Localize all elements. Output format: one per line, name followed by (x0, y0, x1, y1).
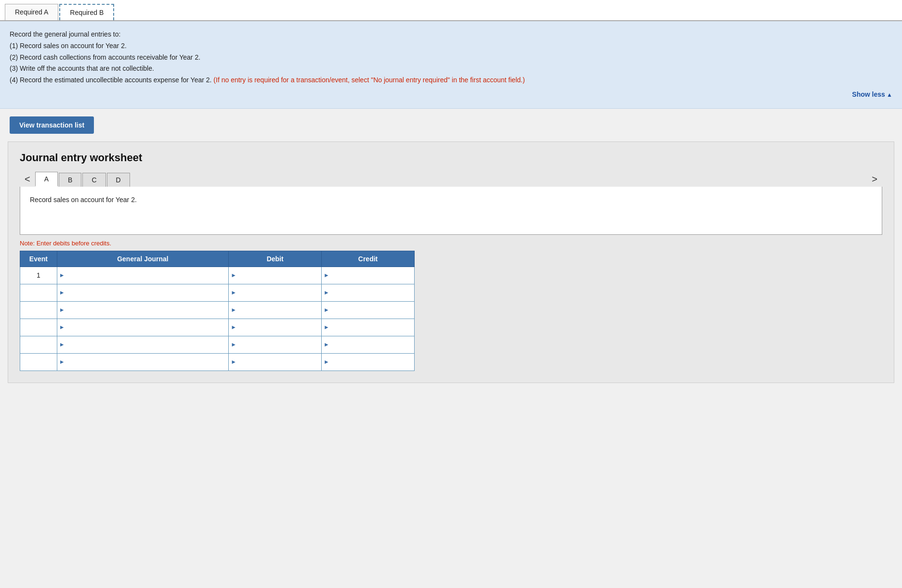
input-arrow-icon: ► (59, 289, 65, 296)
debit-cell[interactable]: ► (229, 336, 322, 353)
event-cell (20, 353, 57, 371)
debit-cell[interactable]: ► (229, 353, 322, 371)
credit-input[interactable] (331, 307, 412, 314)
instructions-title: Record the general journal entries to: (10, 29, 892, 40)
input-arrow-icon: ► (231, 289, 236, 296)
header-general-journal: General Journal (57, 251, 228, 267)
input-arrow-icon: ► (231, 324, 236, 331)
input-arrow-icon: ► (324, 289, 329, 296)
tab-required-b[interactable]: Required B (59, 4, 114, 20)
input-arrow-icon: ► (324, 358, 329, 365)
credit-input[interactable] (331, 341, 412, 348)
credit-cell[interactable]: ► (322, 336, 415, 353)
event-cell (20, 319, 57, 336)
credit-cell[interactable]: ► (322, 284, 415, 301)
input-arrow-icon: ► (59, 324, 65, 331)
top-tabs: Required A Required B (0, 0, 902, 21)
credit-input[interactable] (331, 272, 412, 279)
event-cell (20, 336, 57, 353)
general-journal-cell[interactable]: ► (57, 336, 228, 353)
general-journal-input[interactable] (67, 358, 227, 366)
debit-input[interactable] (238, 324, 319, 331)
header-credit: Credit (322, 251, 415, 267)
input-arrow-icon: ► (324, 307, 329, 313)
instructions-items: (1) Record sales on account for Year 2. … (10, 40, 892, 86)
debit-cell[interactable]: ► (229, 267, 322, 284)
event-cell (20, 301, 57, 319)
general-journal-input[interactable] (67, 272, 227, 279)
entry-tab-b[interactable]: B (59, 173, 81, 187)
general-journal-cell[interactable]: ► (57, 267, 228, 284)
credit-input[interactable] (331, 358, 412, 366)
credit-cell[interactable]: ► (322, 353, 415, 371)
general-journal-input[interactable] (67, 307, 227, 314)
input-arrow-icon: ► (324, 272, 329, 279)
event-cell (20, 284, 57, 301)
input-arrow-icon: ► (59, 358, 65, 365)
table-row: ►►► (20, 336, 415, 353)
input-arrow-icon: ► (59, 272, 65, 279)
credit-input[interactable] (331, 324, 412, 331)
general-journal-input[interactable] (67, 324, 227, 331)
next-entry-button[interactable]: > (867, 172, 882, 187)
prev-entry-button[interactable]: < (20, 172, 35, 187)
input-arrow-icon: ► (324, 324, 329, 331)
tab-required-a[interactable]: Required A (5, 4, 58, 20)
worksheet-title: Journal entry worksheet (20, 152, 882, 164)
debit-input[interactable] (238, 358, 319, 366)
general-journal-cell[interactable]: ► (57, 284, 228, 301)
general-journal-cell[interactable]: ► (57, 353, 228, 371)
input-arrow-icon: ► (324, 341, 329, 348)
entry-tab-d[interactable]: D (107, 173, 130, 187)
debit-cell[interactable]: ► (229, 284, 322, 301)
entry-description: Record sales on account for Year 2. (20, 187, 882, 235)
arrow-up-icon: ▲ (885, 91, 892, 98)
table-row: ►►► (20, 353, 415, 371)
worksheet-container: Journal entry worksheet < A B C D > Reco… (8, 141, 894, 383)
general-journal-input[interactable] (67, 341, 227, 348)
input-arrow-icon: ► (59, 341, 65, 348)
debit-cell[interactable]: ► (229, 301, 322, 319)
header-event: Event (20, 251, 57, 267)
credit-cell[interactable]: ► (322, 301, 415, 319)
header-debit: Debit (229, 251, 322, 267)
input-arrow-icon: ► (59, 307, 65, 313)
input-arrow-icon: ► (231, 307, 236, 313)
general-journal-cell[interactable]: ► (57, 301, 228, 319)
show-less-link[interactable]: Show less ▲ (10, 89, 892, 101)
table-row: 1►►► (20, 267, 415, 284)
entry-tab-a[interactable]: A (35, 172, 58, 187)
input-arrow-icon: ► (231, 358, 236, 365)
instructions-box: Record the general journal entries to: A… (0, 21, 902, 109)
general-journal-input[interactable] (67, 289, 227, 296)
credit-input[interactable] (331, 289, 412, 296)
debit-input[interactable] (238, 341, 319, 348)
instructions-red-note: (If no entry is required for a transacti… (213, 76, 524, 84)
credit-cell[interactable]: ► (322, 319, 415, 336)
input-arrow-icon: ► (231, 272, 236, 279)
table-row: ►►► (20, 319, 415, 336)
event-cell: 1 (20, 267, 57, 284)
debit-input[interactable] (238, 289, 319, 296)
debit-input[interactable] (238, 272, 319, 279)
table-header-row: Event General Journal Debit Credit (20, 251, 415, 267)
note-text: Note: Enter debits before credits. (20, 240, 882, 247)
debit-cell[interactable]: ► (229, 319, 322, 336)
credit-cell[interactable]: ► (322, 267, 415, 284)
journal-table: Event General Journal Debit Credit 1►►►►… (20, 251, 415, 371)
table-row: ►►► (20, 301, 415, 319)
debit-input[interactable] (238, 307, 319, 314)
input-arrow-icon: ► (231, 341, 236, 348)
table-row: ►►► (20, 284, 415, 301)
entry-tabs-row: < A B C D > (20, 172, 882, 187)
view-transaction-button[interactable]: View transaction list (10, 116, 94, 134)
general-journal-cell[interactable]: ► (57, 319, 228, 336)
entry-tab-c[interactable]: C (82, 173, 105, 187)
